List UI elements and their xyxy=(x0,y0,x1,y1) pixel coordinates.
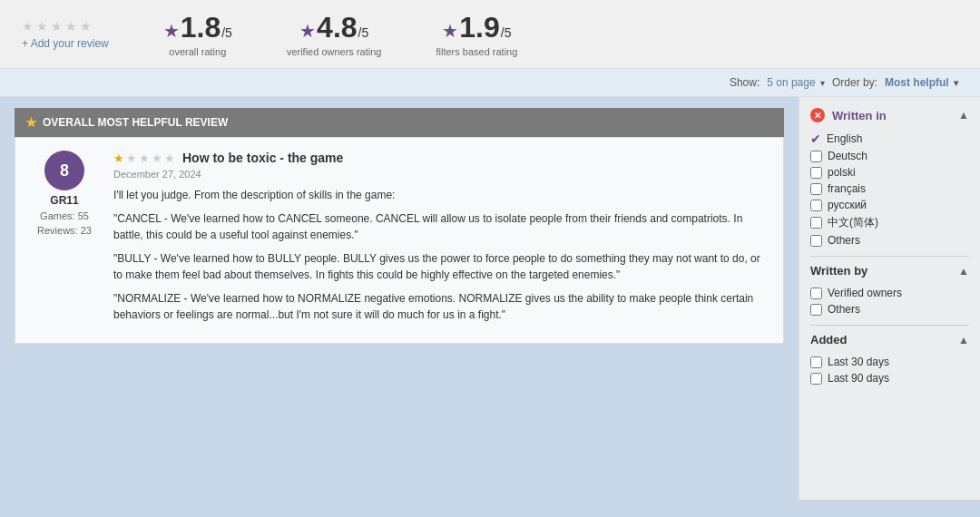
added-header[interactable]: Added ▲ xyxy=(810,333,969,346)
add-review-link[interactable]: + Add your review xyxy=(22,37,109,50)
verified-rating-number: 4.8 xyxy=(317,11,357,44)
show-label: Show: xyxy=(730,76,760,89)
order-value-link[interactable]: Most helpful ▾ xyxy=(885,76,958,89)
lang-deutsch-checkbox[interactable] xyxy=(810,151,822,162)
written-in-collapse-icon: ▲ xyxy=(958,109,969,122)
reviews-section: ★ OVERALL MOST HELPFUL REVIEW 8 GR11 Gam… xyxy=(0,97,799,500)
written-by-header[interactable]: Written by ▲ xyxy=(810,264,969,278)
review-date: December 27, 2024 xyxy=(113,169,770,180)
lang-others-label: Others xyxy=(828,234,860,247)
by-verified-owners-label: Verified owners xyxy=(828,287,902,299)
lang-polski[interactable]: polski xyxy=(810,164,969,180)
written-in-x-icon: ✕ xyxy=(810,108,825,122)
divider-1 xyxy=(810,256,969,257)
by-others-label: Others xyxy=(828,303,860,316)
sidebar: ✕ Written in ▲ ✔ English Deutsch polski … xyxy=(799,97,980,500)
lang-russian-checkbox[interactable] xyxy=(810,200,822,211)
overall-rating-block: ★ 1.8 /5 overall rating xyxy=(163,11,232,57)
star-5: ★ xyxy=(80,19,92,34)
reviewer-games: Games: 55 xyxy=(40,210,89,221)
lang-polski-label: polski xyxy=(828,166,856,179)
overall-rating-number: 1.8 xyxy=(181,11,220,44)
most-helpful-title: OVERALL MOST HELPFUL REVIEW xyxy=(43,116,228,129)
added-last-30-label: Last 30 days xyxy=(828,356,889,368)
order-label: Order by: xyxy=(832,76,877,89)
review-para-2: "BULLY - We've learned how to BULLY peop… xyxy=(113,250,770,283)
review-star-1: ★ xyxy=(113,151,124,165)
order-value: Most helpful xyxy=(885,76,949,89)
star-2: ★ xyxy=(36,19,48,34)
stars-section: ★ ★ ★ ★ ★ + Add your review xyxy=(22,19,109,50)
verified-rating-label: verified owners rating xyxy=(287,46,382,57)
lang-deutsch-label: Deutsch xyxy=(828,150,867,162)
by-others-checkbox[interactable] xyxy=(810,304,822,316)
review-star-5: ★ xyxy=(164,151,175,165)
added-section: Added ▲ Last 30 days Last 90 days xyxy=(810,333,969,386)
star-1: ★ xyxy=(22,19,34,34)
lang-francais-checkbox[interactable] xyxy=(810,183,822,195)
lang-english[interactable]: ✔ English xyxy=(810,130,969,148)
filters-star-icon: ★ xyxy=(442,20,458,42)
overall-rating-value: ★ 1.8 /5 xyxy=(163,11,232,44)
added-collapse-icon: ▲ xyxy=(958,334,969,346)
header-star-badge: ★ xyxy=(25,115,37,130)
overall-rating-label: overall rating xyxy=(169,46,226,57)
main-content: ★ OVERALL MOST HELPFUL REVIEW 8 GR11 Gam… xyxy=(0,97,980,500)
written-in-section: ✕ Written in ▲ ✔ English Deutsch polski … xyxy=(810,108,969,249)
order-dropdown-arrow: ▾ xyxy=(954,78,958,88)
review-para-3: "NORMALIZE - We've learned how to NORMAL… xyxy=(113,290,770,323)
divider-2 xyxy=(810,325,969,326)
filter-bar: Show: 5 on page ▾ Order by: Most helpful… xyxy=(0,69,980,97)
review-star-4: ★ xyxy=(152,151,162,165)
verified-star-icon: ★ xyxy=(299,20,316,42)
reviewer-name: GR11 xyxy=(50,194,78,207)
by-verified-owners-checkbox[interactable] xyxy=(810,288,822,299)
show-value-link[interactable]: 5 on page ▾ xyxy=(767,76,825,89)
review-para-1: "CANCEL - We've learned how to CANCEL so… xyxy=(113,210,770,243)
overall-rating-denom: /5 xyxy=(221,25,232,40)
added-title: Added xyxy=(810,333,847,346)
filters-rating-number: 1.9 xyxy=(459,11,499,44)
lang-deutsch[interactable]: Deutsch xyxy=(810,148,969,164)
verified-rating-value: ★ 4.8 /5 xyxy=(299,11,368,44)
star-3: ★ xyxy=(51,19,63,34)
written-by-collapse-icon: ▲ xyxy=(958,265,969,278)
review-star-2: ★ xyxy=(126,151,137,165)
most-helpful-header: ★ OVERALL MOST HELPFUL REVIEW xyxy=(15,108,784,137)
avatar-letter: 8 xyxy=(60,161,69,180)
by-verified-owners[interactable]: Verified owners xyxy=(810,285,969,301)
filters-rating-label: filters based rating xyxy=(436,46,517,57)
added-last-30[interactable]: Last 30 days xyxy=(810,354,969,370)
filters-rating-value: ★ 1.9 /5 xyxy=(442,11,511,44)
show-value: 5 on page xyxy=(767,76,815,89)
lang-others[interactable]: Others xyxy=(810,232,969,249)
lang-chinese-checkbox[interactable] xyxy=(810,217,822,229)
by-others[interactable]: Others xyxy=(810,301,969,317)
written-by-title: Written by xyxy=(810,264,867,278)
filters-rating-denom: /5 xyxy=(501,25,512,40)
star-4: ★ xyxy=(65,19,77,34)
added-last-30-checkbox[interactable] xyxy=(810,356,822,368)
review-para-0: I'll let you judge. From the description… xyxy=(113,187,770,203)
show-dropdown-arrow: ▾ xyxy=(820,78,825,88)
lang-chinese-label: 中文(简体) xyxy=(828,215,878,230)
review-card: 8 GR11 Games: 55 Reviews: 23 ★ ★ ★ ★ ★ H… xyxy=(15,137,784,344)
lang-polski-checkbox[interactable] xyxy=(810,167,822,179)
written-by-section: Written by ▲ Verified owners Others xyxy=(810,264,969,317)
lang-russian[interactable]: русский xyxy=(810,197,969,213)
lang-francais[interactable]: français xyxy=(810,180,969,197)
review-rating-row: ★ ★ ★ ★ ★ How to be toxic - the game xyxy=(113,151,770,165)
top-bar: ★ ★ ★ ★ ★ + Add your review ★ 1.8 /5 ove… xyxy=(0,0,980,69)
added-last-90[interactable]: Last 90 days xyxy=(810,370,969,386)
lang-others-checkbox[interactable] xyxy=(810,235,822,247)
review-star-3: ★ xyxy=(139,151,150,165)
lang-francais-label: français xyxy=(828,182,866,195)
english-check-icon: ✔ xyxy=(810,132,821,146)
lang-chinese[interactable]: 中文(简体) xyxy=(810,213,969,232)
added-last-90-label: Last 90 days xyxy=(828,372,889,385)
reviewer-info: 8 GR11 Games: 55 Reviews: 23 xyxy=(28,151,101,330)
written-in-header[interactable]: ✕ Written in ▲ xyxy=(810,108,969,122)
star-row: ★ ★ ★ ★ ★ xyxy=(22,19,109,34)
added-last-90-checkbox[interactable] xyxy=(810,373,822,385)
lang-russian-label: русский xyxy=(828,199,867,211)
